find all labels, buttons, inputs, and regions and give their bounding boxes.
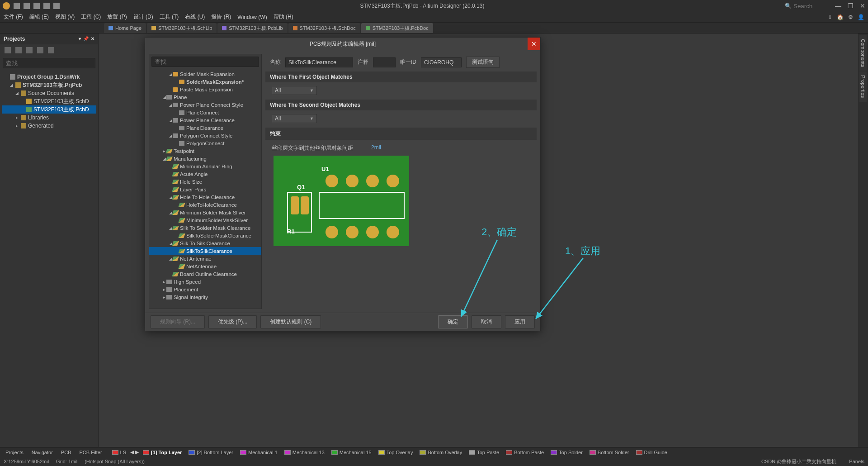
- gear-icon[interactable]: ⚙: [848, 14, 853, 20]
- rules-tree-row[interactable]: ◢Power Plane Clearance: [149, 116, 261, 124]
- rules-tree-row[interactable]: PlaneConnect: [149, 109, 261, 116]
- open-icon[interactable]: [24, 3, 30, 9]
- layer-item[interactable]: Bottom Paste: [503, 449, 547, 456]
- tree-row[interactable]: STM32F103主板.SchD: [2, 97, 96, 105]
- menu-project[interactable]: 工程 (C): [81, 13, 101, 21]
- tree-row[interactable]: Project Group 1.DsnWrk: [2, 73, 96, 81]
- rules-tree-row[interactable]: Layer Pairs: [149, 185, 261, 193]
- compile-icon[interactable]: [15, 47, 22, 53]
- share-icon[interactable]: ⇪: [828, 14, 832, 20]
- rules-tree-row[interactable]: ◢Silk To Silk Clearance: [149, 239, 261, 247]
- rules-tree-row[interactable]: ◢Minimum Solder Mask Sliver: [149, 209, 261, 216]
- doc-tab[interactable]: STM32F103主板.PcbDoc: [361, 23, 433, 33]
- layer-item[interactable]: Mechanical 15: [329, 449, 374, 456]
- rules-tree-row[interactable]: ◢Silk To Solder Mask Clearance: [149, 224, 261, 232]
- priority-button[interactable]: 优先级 (P)...: [208, 315, 257, 328]
- doc-tab[interactable]: STM32F103主板.SchDoc: [288, 23, 360, 33]
- panel-pin-icon[interactable]: 📌: [83, 36, 89, 41]
- search-input[interactable]: [793, 3, 830, 10]
- rules-tree-row[interactable]: ▸High Speed: [149, 278, 261, 285]
- rules-tree-row[interactable]: PlaneClearance: [149, 124, 261, 132]
- minimize-icon[interactable]: —: [835, 2, 841, 10]
- rules-tree-row[interactable]: Acute Angle: [149, 170, 261, 178]
- layer-nav-left[interactable]: ◀: [130, 449, 134, 455]
- projects-tree[interactable]: Project Group 1.DsnWrk◢STM32F103主板.PrjPc…: [0, 70, 98, 447]
- doc-tab[interactable]: STM32F103主板.PcbLib: [217, 23, 287, 33]
- cancel-button[interactable]: 取消: [472, 315, 501, 328]
- rules-search-input[interactable]: [151, 57, 259, 67]
- rule-comment-input[interactable]: [373, 57, 396, 67]
- user-icon[interactable]: 👤: [858, 14, 864, 20]
- collapse-icon[interactable]: [37, 47, 43, 53]
- layer-ls[interactable]: LS: [109, 449, 129, 456]
- layer-item[interactable]: [2] Bottom Layer: [186, 449, 236, 456]
- test-query-button[interactable]: 测试语句: [466, 57, 500, 68]
- rule-uid-input[interactable]: [421, 57, 462, 67]
- rules-tree-row[interactable]: ◢Hole To Hole Clearance: [149, 193, 261, 201]
- rules-tree-row[interactable]: ◢Plane: [149, 93, 261, 101]
- create-default-button[interactable]: 创建默认规则 (C): [260, 315, 321, 328]
- folder-icon[interactable]: [33, 3, 40, 9]
- rules-tree-row[interactable]: ◢Solder Mask Expansion: [149, 70, 261, 78]
- refresh-icon[interactable]: [5, 47, 11, 53]
- settings-icon[interactable]: [48, 47, 54, 53]
- rules-tree-row[interactable]: ◢Net Antennae: [149, 255, 261, 262]
- rules-tree-row[interactable]: Board Outline Clearance: [149, 270, 261, 278]
- tree-row[interactable]: ◢Source Documents: [2, 89, 96, 97]
- tree-row[interactable]: STM32F103主板.PcbD: [2, 105, 96, 114]
- rules-tree-row[interactable]: ◢Power Plane Connect Style: [149, 101, 261, 109]
- btm-tab-pcbfilter[interactable]: PCB Filter: [75, 449, 105, 456]
- first-match-combo[interactable]: All▼: [272, 86, 317, 95]
- panel-dropdown-icon[interactable]: ▾: [79, 36, 81, 41]
- rules-tree-row[interactable]: ▸Testpoint: [149, 147, 261, 155]
- rules-tree-row[interactable]: ▸Signal Integrity: [149, 293, 261, 301]
- rules-tree-row[interactable]: PolygonConnect: [149, 139, 261, 147]
- rules-tree-row[interactable]: ◢Polygon Connect Style: [149, 132, 261, 139]
- rules-tree-row[interactable]: ▸Placement: [149, 285, 261, 293]
- ok-button[interactable]: 确定: [438, 315, 468, 328]
- tab-components[interactable]: Components: [859, 35, 867, 71]
- rules-tree-row[interactable]: SolderMaskExpansion*: [149, 78, 261, 86]
- tree-row[interactable]: ▸Libraries: [2, 114, 96, 122]
- tree-row[interactable]: ◢STM32F103主板.PrjPcb: [2, 81, 96, 89]
- layer-item[interactable]: Mechanical 1: [237, 449, 280, 456]
- panel-close-icon[interactable]: ✕: [91, 36, 94, 41]
- tree-row[interactable]: ▸Generated: [2, 122, 96, 130]
- rules-tree-row[interactable]: MinimumSolderMaskSliver: [149, 216, 261, 224]
- layer-item[interactable]: Top Overlay: [376, 449, 416, 456]
- projects-search-input[interactable]: [3, 58, 95, 68]
- home-icon[interactable]: 🏠: [837, 14, 844, 20]
- rules-tree[interactable]: ◢Solder Mask ExpansionSolderMaskExpansio…: [149, 69, 261, 309]
- rules-tree-row[interactable]: Paste Mask Expansion: [149, 86, 261, 93]
- rules-tree-row[interactable]: Minimum Annular Ring: [149, 162, 261, 170]
- layer-item[interactable]: Drill Guide: [633, 449, 670, 456]
- btm-tab-navigator[interactable]: Navigator: [28, 449, 57, 456]
- menu-help[interactable]: 帮助 (H): [274, 13, 293, 21]
- layer-item[interactable]: Top Paste: [466, 449, 502, 456]
- menu-report[interactable]: 报告 (R): [211, 13, 231, 21]
- second-match-combo[interactable]: All▼: [272, 114, 317, 123]
- rules-tree-row[interactable]: SilkToSilkClearance: [149, 247, 261, 255]
- menu-file[interactable]: 文件 (F): [4, 13, 23, 21]
- close-icon[interactable]: ✕: [860, 2, 865, 10]
- btm-tab-pcb[interactable]: PCB: [57, 449, 75, 456]
- rules-tree-row[interactable]: SilkToSolderMaskClearance: [149, 232, 261, 239]
- menu-tools[interactable]: 工具 (T): [160, 13, 179, 21]
- rules-tree-row[interactable]: Hole Size: [149, 178, 261, 185]
- rules-tree-row[interactable]: NetAntennae: [149, 262, 261, 270]
- apply-button[interactable]: 应用: [505, 315, 535, 328]
- rules-tree-row[interactable]: HoleToHoleClearance: [149, 201, 261, 209]
- constraint-value[interactable]: 2mil: [371, 144, 381, 152]
- recent-icon[interactable]: [43, 3, 50, 9]
- menu-place[interactable]: 放置 (P): [107, 13, 127, 21]
- layer-item[interactable]: Bottom Solder: [587, 449, 632, 456]
- dialog-close-button[interactable]: ✕: [528, 38, 540, 50]
- menu-icon[interactable]: [53, 3, 60, 9]
- menu-edit[interactable]: 编辑 (E): [29, 13, 49, 21]
- global-search[interactable]: 🔍: [785, 3, 830, 10]
- rules-tree-row[interactable]: ◢Manufacturing: [149, 155, 261, 162]
- layer-item[interactable]: Top Solder: [548, 449, 585, 456]
- layer-nav-right[interactable]: ▶: [135, 449, 139, 455]
- panels-button[interactable]: Panels: [849, 459, 864, 464]
- menu-window[interactable]: Window (W): [237, 14, 267, 20]
